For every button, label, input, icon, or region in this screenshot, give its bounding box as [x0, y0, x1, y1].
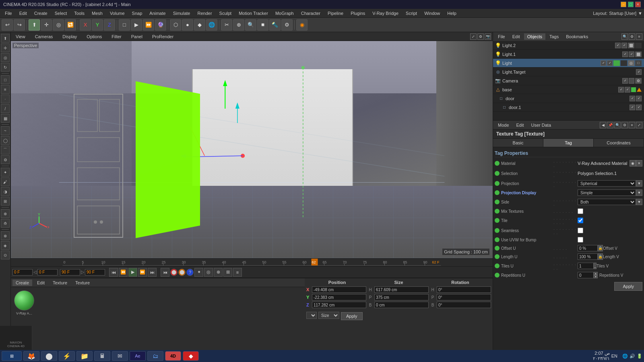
side-expand[interactable]: ▼ [636, 199, 642, 205]
calc-btn[interactable]: 🖩 [94, 351, 110, 361]
attr-expand-btn[interactable]: ⤢ [636, 122, 642, 128]
close-button[interactable]: ✕ [635, 2, 641, 7]
layout-selector[interactable]: Startup [User] [609, 11, 636, 16]
object-mode-select[interactable]: Object (Rel) [306, 312, 317, 319]
side-dot[interactable] [495, 200, 500, 204]
attr-settings2[interactable]: ≡ [629, 122, 635, 128]
obj-search-btn[interactable]: 🔍 [621, 33, 628, 40]
door-render[interactable]: ✓ [636, 96, 642, 101]
lt-select[interactable]: ⬆ [1, 34, 10, 43]
light2-render[interactable]: ✓ [621, 43, 627, 48]
del-key-btn[interactable]: ⊗ [214, 268, 223, 277]
undo-button[interactable]: ↩ [2, 19, 13, 31]
mix-dot[interactable] [495, 209, 500, 214]
obj-row-light2[interactable]: 💡 Light.2 ✓ ✓ ▦ [493, 41, 644, 50]
goto-end-btn[interactable]: ⏭ [148, 268, 157, 277]
lt-deform[interactable]: ⌒ [1, 146, 10, 154]
lt-joint[interactable]: ✦ [1, 168, 10, 177]
tiles-dot[interactable] [495, 263, 500, 268]
attr-tab-basic[interactable]: Basic [493, 139, 543, 147]
render-btn[interactable]: ▶ [131, 19, 142, 31]
menu-help[interactable]: Help [444, 10, 460, 16]
obj-settings-btn[interactable]: ⚙ [629, 33, 635, 40]
offset-u-input[interactable] [578, 245, 598, 251]
lighttarget-vis[interactable]: ✓ [636, 69, 642, 75]
vtab-view[interactable]: View [12, 33, 29, 40]
apply-button[interactable]: Apply [341, 312, 363, 320]
lt-extra5[interactable]: ⊙ [1, 251, 10, 259]
lt-move[interactable]: ✛ [1, 43, 10, 52]
vtab-display[interactable]: Display [59, 33, 80, 40]
menu-mesh[interactable]: Mesh [89, 10, 106, 16]
obj-tab-tags[interactable]: Tags [546, 33, 562, 40]
keyframe-btn[interactable]: ? [186, 269, 194, 276]
chrome-btn[interactable]: ⬤ [41, 351, 57, 361]
light-render[interactable]: ✓ [607, 60, 613, 66]
obj-row-camera[interactable]: 📷 Camera ✓ ⚙ [493, 76, 644, 85]
attr-mode-btn[interactable]: Mode [495, 122, 512, 128]
attr-search-btn[interactable]: 🔍 [614, 122, 621, 128]
lt-extra3[interactable]: ⊗ [1, 231, 10, 240]
offset-u-lock[interactable]: 🔒 [598, 245, 603, 251]
camera-vis[interactable]: ✓ [622, 78, 628, 84]
reps-dot[interactable] [495, 273, 500, 278]
pos-x-input[interactable] [312, 286, 366, 293]
mail-btn[interactable]: ✉ [112, 351, 128, 361]
search-btn[interactable]: 🔍 [245, 19, 256, 31]
frame-start-input[interactable] [12, 269, 33, 276]
uvw-dot[interactable] [495, 237, 500, 242]
lt-edge[interactable]: / [1, 104, 10, 113]
lt-scene[interactable]: ⚙ [1, 155, 10, 164]
door1-render[interactable]: ✓ [636, 105, 642, 110]
lt-extra4[interactable]: ◈ [1, 241, 10, 250]
settings-btn[interactable]: ⚙ [281, 19, 293, 31]
browser-btn[interactable]: 🦊 [23, 351, 39, 361]
obj-row-lighttarget[interactable]: ◎ Light.Target ✓ [493, 68, 644, 76]
light1-vis[interactable]: ✓ [622, 51, 628, 57]
obj-tab-objects[interactable]: Objects [524, 33, 545, 40]
menu-file[interactable]: File [2, 10, 15, 16]
vtab-filter[interactable]: Filter [108, 33, 124, 40]
reps-u-up[interactable]: ▲ [594, 272, 598, 275]
light-green-tag[interactable] [613, 60, 620, 66]
length-u-lock[interactable]: 🔒 [598, 253, 603, 260]
rot-b-input[interactable] [437, 302, 491, 308]
menu-volume[interactable]: Volume [107, 10, 128, 16]
snap-btn[interactable]: ✂ [221, 19, 232, 31]
lt-extra2[interactable]: ⟰ [1, 219, 10, 228]
attr-userdata-btn[interactable]: User Data [528, 122, 555, 128]
menu-edit[interactable]: Edit [16, 10, 30, 16]
lt-point[interactable]: · [1, 95, 10, 103]
projection-select[interactable]: Spherical Flat Cubic Cylindrical UVW Map… [578, 180, 636, 187]
light1-render[interactable]: ✓ [629, 51, 634, 57]
selection-dot[interactable] [495, 171, 500, 176]
obj-row-door1[interactable]: □ door.1 ✓ ✓ [493, 103, 644, 112]
wireframe-btn[interactable]: ◆ [194, 19, 205, 31]
vp-settings-btn[interactable]: ⚙ [477, 33, 484, 40]
scale-tool[interactable]: ✛ [41, 19, 52, 31]
menu-animate[interactable]: Animate [146, 10, 169, 16]
attr-edit-btn[interactable]: Edit [513, 122, 527, 128]
light-vis[interactable]: ✓ [601, 60, 606, 66]
material-clear-btn[interactable]: ✕ [636, 160, 642, 167]
red-app-btn[interactable]: ◆ [183, 351, 199, 361]
sel-key-btn[interactable]: ◎ [204, 268, 213, 277]
menu-tools[interactable]: Tools [71, 10, 88, 16]
vray-toolbar-btn[interactable]: ◉ [296, 19, 308, 31]
side-select[interactable]: Both Front Back [578, 199, 636, 205]
rot-p-input[interactable] [437, 294, 491, 300]
light1-tag[interactable]: ▦ [635, 51, 642, 57]
gouraud-btn[interactable]: ● [182, 19, 193, 31]
grid-snap-btn[interactable]: ⊕ [233, 19, 244, 31]
projdisplay-expand[interactable]: ▼ [636, 189, 642, 196]
mat-tab-edit[interactable]: Edit [34, 280, 48, 286]
key-mode-btn[interactable]: ⊞ [223, 268, 232, 277]
goto-start2-btn[interactable]: ⏮ [161, 268, 169, 277]
door1-vis[interactable]: ✓ [630, 105, 635, 110]
viewport-3d[interactable]: X Y Z Grid Spacing : 100 cm Perspective [11, 41, 493, 258]
obj-row-light[interactable]: 💡 Light ✓ ✓ ◎ □ [493, 59, 644, 68]
lt-poly[interactable]: ▦ [1, 114, 10, 123]
menu-simulate[interactable]: Simulate [170, 10, 194, 16]
redo-button[interactable]: ↪ [14, 19, 25, 31]
length-dot[interactable] [495, 254, 500, 259]
